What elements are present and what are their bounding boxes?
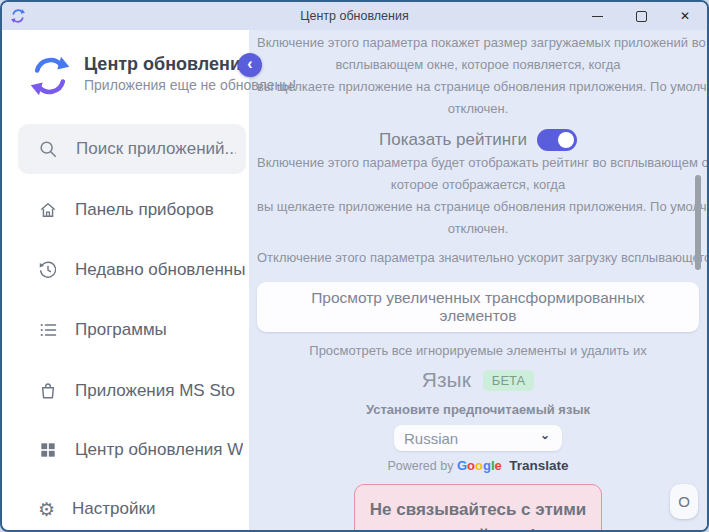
o-floating-button[interactable]: O: [670, 484, 698, 519]
powered-by-text: Powered by: [387, 459, 453, 473]
setting-description-line: отключен.: [257, 218, 699, 240]
warning-box: Не связывайтесь с этими настройками!: [354, 484, 602, 530]
close-button[interactable]: ✕: [663, 2, 707, 30]
grid-icon: [38, 440, 58, 460]
list-icon: [38, 320, 58, 340]
google-letter: e: [495, 458, 502, 473]
sidebar-item-label: Настройки: [72, 499, 155, 519]
setting-description-line: всплывающем окне, которое появляется, ко…: [257, 54, 699, 76]
app-window: Центр обновления ✕ Включение этого парам…: [0, 0, 709, 532]
title-bar: Центр обновления ✕: [2, 2, 707, 30]
sidebar-item-programs[interactable]: Программы: [2, 313, 249, 347]
transform-caption: Просмотреть все игнорируемые элементы и …: [257, 340, 699, 362]
search-icon: [38, 139, 58, 159]
sidebar: Центр обновления Приложения еще не обнов…: [2, 30, 249, 530]
minimize-button[interactable]: [575, 2, 619, 30]
sidebar-item-windows-update[interactable]: Центр обновления W: [2, 433, 249, 467]
show-ratings-label: Показать рейтинги: [379, 130, 527, 150]
setting-description-line: вы щелкаете приложение на странице обнов…: [257, 76, 699, 98]
google-letter: o: [475, 458, 483, 473]
setting-description-line: Включение этого параметра будет отобража…: [257, 152, 699, 174]
bag-icon: [38, 381, 58, 401]
search-input[interactable]: [74, 138, 238, 160]
toggle-knob: [558, 132, 574, 148]
history-icon: [38, 260, 58, 280]
sidebar-item-settings[interactable]: ⚙ Настройки: [2, 492, 249, 526]
sidebar-item-label: Недавно обновленны: [75, 260, 245, 280]
sidebar-item-label: Программы: [75, 320, 167, 340]
language-heading: Язык: [422, 368, 471, 392]
app-subtitle: Приложения еще не обновлены!: [84, 77, 296, 93]
sidebar-item-ms-store-apps[interactable]: Приложения MS Sto: [2, 374, 249, 408]
powered-by-line: Powered by Google Translate: [257, 457, 699, 475]
setting-description-line: которое отображается, когда: [257, 174, 699, 196]
app-title: Центр обновления: [84, 54, 252, 75]
beta-badge: БЕТА: [483, 370, 534, 391]
setting-description-line: отключен.: [257, 98, 699, 120]
maximize-icon: [636, 11, 647, 22]
setting-description-line: Включение этого параметра покажет размер…: [257, 32, 699, 54]
translate-wordmark: Translate: [509, 458, 568, 473]
sidebar-item-label: Приложения MS Sto: [75, 381, 235, 401]
google-letter: G: [457, 458, 467, 473]
view-transformed-items-button[interactable]: Просмотр увеличенных трансформированных …: [257, 282, 699, 332]
app-logo-sync-icon: [28, 54, 72, 98]
gear-icon: ⚙: [38, 499, 55, 519]
chevron-left-icon: ‹: [247, 55, 252, 73]
warning-text: Не связывайтесь с этими настройками!: [365, 497, 591, 530]
setting-description-line: Отключение этого параметра значительно у…: [257, 247, 699, 269]
sidebar-item-recently-updated[interactable]: Недавно обновленны: [2, 253, 249, 287]
sidebar-item-dashboard[interactable]: Панель приборов: [2, 193, 249, 227]
show-ratings-toggle[interactable]: [537, 129, 577, 151]
scrollbar-thumb[interactable]: [695, 175, 701, 270]
setting-description-line: вы щелкаете приложение на странице обнов…: [257, 196, 699, 218]
language-caption: Установите предпочитаемый язык: [257, 401, 699, 419]
sidebar-item-label: Панель приборов: [75, 200, 214, 220]
sidebar-item-label: Центр обновления W: [75, 440, 243, 460]
google-letter: o: [467, 458, 475, 473]
maximize-button[interactable]: [619, 2, 663, 30]
google-logo: Google: [457, 459, 505, 473]
settings-panel: Включение этого параметра покажет размер…: [249, 30, 707, 530]
language-select[interactable]: Russian: [394, 425, 562, 451]
minimize-icon: [592, 16, 603, 17]
close-icon: ✕: [680, 10, 690, 22]
o-button-label: O: [678, 493, 690, 510]
google-letter: g: [483, 458, 491, 473]
home-icon: [38, 200, 58, 220]
sidebar-collapse-button[interactable]: ‹: [238, 53, 262, 77]
search-box[interactable]: [18, 124, 246, 174]
